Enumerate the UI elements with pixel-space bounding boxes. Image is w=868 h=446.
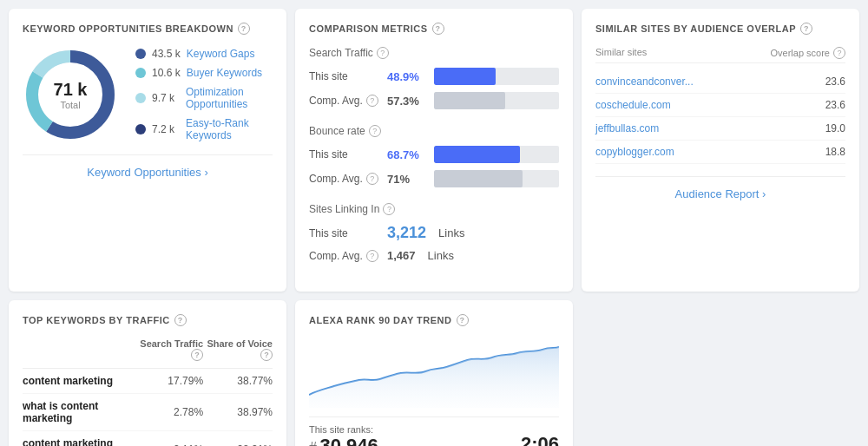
comparison-metrics-card: COMPARISON METRICS ? Search Traffic ? Th… [295,9,573,292]
similar-sites-help-icon[interactable]: ? [800,23,812,35]
search-traffic-this-site-row: This site 48.9% [309,68,559,85]
kw-table-row-0: content marketing 17.79% 38.77% [23,369,273,394]
top-keywords-title-text: TOP KEYWORDS BY TRAFFIC [23,315,170,325]
similar-sites-title-text: SIMILAR SITES BY AUDIENCE OVERLAP [595,23,796,34]
bounce-rate-this-site-row: This site 68.7% [309,146,559,163]
search-traffic-comp-label: Comp. Avg. ? [309,95,378,107]
search-traffic-help-icon[interactable]: ? [377,47,389,59]
overlap-score-1: 23.6 [825,99,845,111]
bounce-rate-comp-bar-track [434,170,559,187]
similar-site-name-2[interactable]: jeffbullas.com [595,122,659,134]
similar-site-row-0: convinceandconver... 23.6 [595,70,845,94]
bounce-rate-comp-help-icon[interactable]: ? [366,173,378,185]
alexa-rank-number: 30,946 [320,435,378,446]
alexa-rank-help-icon[interactable]: ? [457,314,469,326]
legend-label-buyer[interactable]: Buyer Keywords [187,67,262,79]
similar-site-row-3: copyblogger.com 18.8 [595,141,845,164]
keyword-opp-title: KEYWORD OPPORTUNITIES BREAKDOWN ? [23,23,273,35]
legend-dot-optim [135,93,146,103]
sites-linking-comp-label-text: Comp. Avg. [309,250,363,262]
bounce-rate-comp-label-text: Comp. Avg. [309,173,363,185]
kw-col-keyword [23,338,135,369]
legend-label-gaps[interactable]: Keyword Gaps [187,48,255,60]
similar-sites-card: SIMILAR SITES BY AUDIENCE OVERLAP ? Simi… [582,9,859,292]
alexa-global-rank: This site ranks: # 30,946 in global inte… [309,424,379,446]
alexa-rank-title-text: ALEXA RANK 90 DAY TREND [309,315,452,325]
legend-label-optim[interactable]: Optimization Opportunities [186,86,273,110]
keyword-opp-content: 71 k Total 43.5 k Keyword Gaps 10.6 k Bu… [23,47,273,142]
alexa-bottom-section: This site ranks: # 30,946 in global inte… [309,416,559,446]
donut-chart: 71 k Total [23,47,118,142]
kw-col-share: Share of Voice ? [203,338,273,369]
similar-sites-header-row: Similar sites Overlap score ? [595,47,845,63]
legend-value-buyer: 10.6 k [152,67,181,79]
comparison-metrics-title-text: COMPARISON METRICS [309,23,428,34]
comparison-metrics-title: COMPARISON METRICS ? [309,23,559,35]
bounce-rate-comp-label: Comp. Avg. ? [309,173,378,185]
legend-value-optim: 9.7 k [152,92,180,104]
alexa-ranks-text: This site ranks: [309,424,379,435]
search-traffic-comp-help-icon[interactable]: ? [366,95,378,107]
kw-share-1: 38.97% [203,394,273,431]
sites-linking-comp-label: Comp. Avg. ? [309,250,378,262]
legend-value-gaps: 43.5 k [152,48,181,60]
sites-linking-comp-value: 1,467 [387,249,416,262]
search-traffic-section: Search Traffic ? This site 48.9% Comp. A… [309,47,559,109]
bounce-rate-label-text: Bounce rate [309,125,365,137]
kw-table-row-2: content marketing institute 2.11% 38.31% [23,431,273,447]
bounce-rate-this-site-label: This site [309,148,378,161]
kw-keyword-1: what is content marketing [23,394,135,431]
similar-site-row-2: jeffbullas.com 19.0 [595,117,845,141]
col-traffic-help-icon[interactable]: ? [191,349,203,361]
kw-traffic-0: 17.79% [135,369,203,394]
sites-linking-label: Sites Linking In ? [309,203,559,215]
keyword-opp-title-text: KEYWORD OPPORTUNITIES BREAKDOWN [23,23,233,34]
similar-site-name-1[interactable]: coschedule.com [595,99,671,111]
bounce-rate-comp-bar [434,170,523,187]
kw-share-0: 38.77% [203,369,273,394]
bounce-rate-this-site-bar [434,146,520,163]
kw-keyword-2: content marketing institute [23,431,135,447]
sites-linking-this-site-label: This site [309,227,378,239]
kw-col-traffic: Search Traffic ? [135,338,203,369]
similar-sites-title: SIMILAR SITES BY AUDIENCE OVERLAP ? [595,23,845,35]
donut-total-label: Total [54,100,88,110]
keyword-opp-help-icon[interactable]: ? [238,23,250,35]
similar-site-row-1: coschedule.com 23.6 [595,94,845,117]
keyword-opportunities-card: KEYWORD OPPORTUNITIES BREAKDOWN ? [9,9,286,292]
similar-sites-col-overlap: Overlap score [771,48,830,58]
similar-site-name-0[interactable]: convinceandconver... [595,75,694,88]
keyword-link-text: Keyword Opportunities › [87,166,207,179]
legend-dot-easy [135,124,146,134]
search-traffic-comp-label-text: Comp. Avg. [309,95,363,107]
legend-item-optim: 9.7 k Optimization Opportunities [135,86,273,110]
keyword-opportunities-link[interactable]: Keyword Opportunities › [23,154,273,179]
search-traffic-comp-value: 57.3% [387,95,425,108]
audience-report-link-text: Audience Report › [675,187,766,200]
overlap-score-2: 19.0 [825,122,845,134]
overlap-score-help-icon[interactable]: ? [833,47,845,59]
bounce-rate-section: Bounce rate ? This site 68.7% Comp. Avg.… [309,125,559,187]
similar-site-name-3[interactable]: copyblogger.com [595,146,674,158]
search-traffic-this-site-value: 48.9% [387,70,425,83]
col-share-help-icon[interactable]: ? [260,349,273,361]
legend-dot-buyer [135,68,146,78]
legend-label-easy[interactable]: Easy-to-Rank Keywords [186,117,273,141]
search-traffic-comp-bar [434,92,505,109]
top-keywords-help-icon[interactable]: ? [174,314,187,326]
top-keywords-card: TOP KEYWORDS BY TRAFFIC ? Search Traffic… [9,300,286,446]
sites-linking-comp-help-icon[interactable]: ? [366,250,378,262]
search-traffic-label: Search Traffic ? [309,47,559,59]
sites-linking-help-icon[interactable]: ? [383,203,395,215]
audience-report-link[interactable]: Audience Report › [595,176,845,200]
comparison-metrics-help-icon[interactable]: ? [432,23,444,35]
donut-total-number: 71 k [54,80,88,100]
legend-item-gaps: 43.5 k Keyword Gaps [135,48,273,60]
sites-linking-comp-suffix: Links [428,249,454,262]
bounce-rate-help-icon[interactable]: ? [369,125,381,137]
bounce-rate-this-site-bar-track [434,146,559,163]
bounce-rate-comp-value: 71% [387,173,425,186]
alexa-daily-time: 2:06 Daily Time on Site ? [501,433,559,446]
bounce-rate-comp-row: Comp. Avg. ? 71% [309,170,559,187]
sites-linking-label-text: Sites Linking In [309,203,379,215]
